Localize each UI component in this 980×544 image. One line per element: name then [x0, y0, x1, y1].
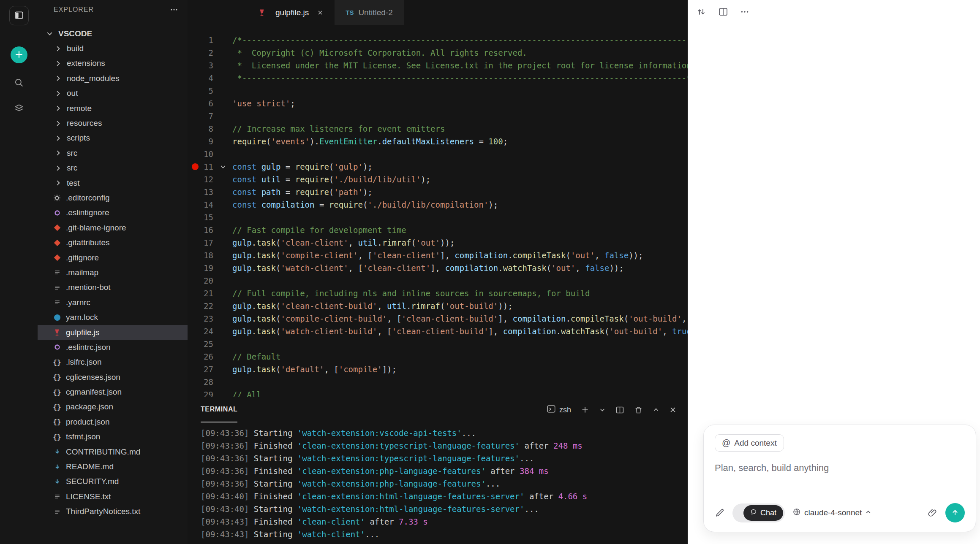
tab-untitled[interactable]: TS Untitled-2 [335, 0, 404, 25]
fold-icon[interactable] [213, 160, 232, 173]
tree-item-label: scripts [67, 133, 90, 143]
mode-chat-chip[interactable]: Chat [743, 505, 783, 521]
terminal-line: [09:43:36] Finished 'clean-extension:typ… [201, 439, 688, 452]
history-icon[interactable] [696, 7, 706, 17]
terminal-line: [09:43:36] Starting 'watch-extension:php… [201, 477, 688, 490]
search-button[interactable] [11, 76, 27, 91]
tree-item--lsifrc-json[interactable]: {}.lsifrc.json [38, 355, 188, 370]
tree-item-scripts[interactable]: scripts [38, 131, 188, 146]
tree-item--yarnrc[interactable]: .yarnrc [38, 295, 188, 310]
terminal-line: [09:43:43] Starting 'watch-client'... [201, 528, 688, 541]
arrow-up-icon [950, 508, 960, 518]
tree-item--eslintrc-json[interactable]: .eslintrc.json [38, 340, 188, 355]
split-panel-icon[interactable] [718, 7, 728, 17]
tree-item-product-json[interactable]: {}product.json [38, 414, 188, 429]
mode-toggle[interactable]: Chat [732, 503, 785, 522]
more-icon[interactable] [740, 7, 749, 16]
tree-item-src[interactable]: src [38, 146, 188, 160]
tree-item-vscode[interactable]: VSCODE [38, 26, 188, 41]
tree-item-label: src [67, 149, 77, 158]
code-line: 16// Fast compile for development time [188, 224, 688, 236]
code-line: 2 * Copyright (c) Microsoft Corporation.… [188, 46, 688, 59]
add-context-button[interactable]: @ Add context [715, 434, 784, 452]
tree-item--gitignore[interactable]: .gitignore [38, 250, 188, 265]
tree-item-label: .lsifrc.json [66, 357, 101, 367]
tree-item-cglicenses-json[interactable]: {}cglicenses.json [38, 370, 188, 384]
tree-item-license-txt[interactable]: LICENSE.txt [38, 489, 188, 504]
tree-item--eslintignore[interactable]: .eslintignore [38, 206, 188, 220]
line-number: 21 [188, 287, 213, 300]
tree-item-package-json[interactable]: {}package.json [38, 400, 188, 414]
tree-item-contributing-md[interactable]: CONTRIBUTING.md [38, 444, 188, 459]
tab-gulpfile[interactable]: gulpfile.js [246, 0, 335, 25]
gulp-file-icon [52, 329, 62, 336]
chevron-down-icon [44, 30, 54, 38]
tree-item-test[interactable]: test [38, 176, 188, 190]
tree-item-yarn-lock[interactable]: yarn.lock [38, 310, 188, 325]
tree-item-tsfmt-json[interactable]: {}tsfmt.json [38, 430, 188, 444]
code-lines: 1/*-------------------------------------… [188, 34, 688, 397]
tree-item-thirdpartynotices-txt[interactable]: ThirdPartyNotices.txt [38, 504, 188, 519]
paperclip-icon[interactable] [928, 508, 938, 518]
tree-item-build[interactable]: build [38, 41, 188, 56]
tree-item-out[interactable]: out [38, 86, 188, 101]
line-number: 10 [188, 148, 213, 160]
layers-button[interactable] [11, 101, 27, 116]
more-icon[interactable] [170, 5, 178, 14]
json-file-icon: {} [52, 388, 62, 396]
list-file-icon [52, 269, 62, 276]
gulp-icon [257, 9, 267, 16]
tree-item--mailmap[interactable]: .mailmap [38, 265, 188, 280]
new-chat-button[interactable] [11, 46, 27, 63]
md-file-icon [52, 478, 62, 485]
code-line: 18gulp.task('compile-client', ['clean-cl… [188, 249, 688, 262]
new-terminal-button[interactable] [581, 406, 589, 414]
chevron-up-icon[interactable] [653, 406, 659, 413]
close-panel-icon[interactable] [669, 406, 677, 414]
close-icon[interactable] [317, 9, 324, 16]
code-line: 15 [188, 211, 688, 224]
tree-item-node-modules[interactable]: node_modules [38, 71, 188, 86]
search-icon [14, 77, 24, 89]
tree-item-src[interactable]: src [38, 161, 188, 176]
tree-item-security-md[interactable]: SECURITY.md [38, 474, 188, 489]
chat-input[interactable]: Plan, search, build anything [715, 463, 965, 503]
tree-item-label: resources [67, 119, 102, 128]
tree-item-cgmanifest-json[interactable]: {}cgmanifest.json [38, 384, 188, 399]
line-number: 24 [188, 325, 213, 338]
tree-item--mention-bot[interactable]: .mention-bot [38, 280, 188, 295]
tree-item-label: README.md [66, 462, 114, 471]
model-selector[interactable]: claude-4-sonnet [792, 508, 871, 518]
tree-item--gitattributes[interactable]: .gitattributes [38, 235, 188, 250]
tree-item-label: package.json [66, 402, 113, 411]
tree-item-extensions[interactable]: extensions [38, 56, 188, 71]
tree-item-readme-md[interactable]: README.md [38, 459, 188, 474]
sidebar-toggle-button[interactable] [9, 6, 29, 25]
chevron-down-icon[interactable] [599, 406, 606, 413]
code-line: 17gulp.task('clean-client', util.rimraf(… [188, 236, 688, 249]
tree-item--editorconfig[interactable]: .editorconfig [38, 190, 188, 205]
pen-icon[interactable] [715, 508, 725, 518]
tree-item-remote[interactable]: remote [38, 101, 188, 116]
breakpoint-dot[interactable] [192, 163, 199, 170]
code-line: 25 [188, 338, 688, 350]
tree-item-resources[interactable]: resources [38, 116, 188, 130]
tree-item-label: cglicenses.json [66, 373, 120, 382]
explorer-sidebar: EXPLORER VSCODEbuildextensionsnode_modul… [38, 0, 188, 544]
line-number: 3 [188, 59, 213, 72]
line-number: 18 [188, 249, 213, 262]
trash-icon[interactable] [634, 406, 643, 414]
line-number: 9 [188, 135, 213, 148]
tree-item-gulpfile-js[interactable]: gulpfile.js [38, 325, 188, 340]
chat-input-box[interactable]: @ Add context Plan, search, build anythi… [703, 425, 976, 532]
line-number: 12 [188, 173, 213, 186]
shell-selector[interactable]: zsh [547, 404, 571, 416]
split-terminal-button[interactable] [615, 406, 624, 414]
tree-item--git-blame-ignore[interactable]: .git-blame-ignore [38, 220, 188, 235]
send-button[interactable] [945, 503, 965, 522]
terminal-tab[interactable]: TERMINAL [201, 397, 237, 422]
json-file-icon: {} [52, 433, 62, 441]
tree-item-label: remote [67, 104, 92, 113]
terminal-line: [09:43:43] Finished 'clean-client' after… [201, 515, 688, 528]
code-editor[interactable]: 1/*-------------------------------------… [188, 25, 688, 397]
